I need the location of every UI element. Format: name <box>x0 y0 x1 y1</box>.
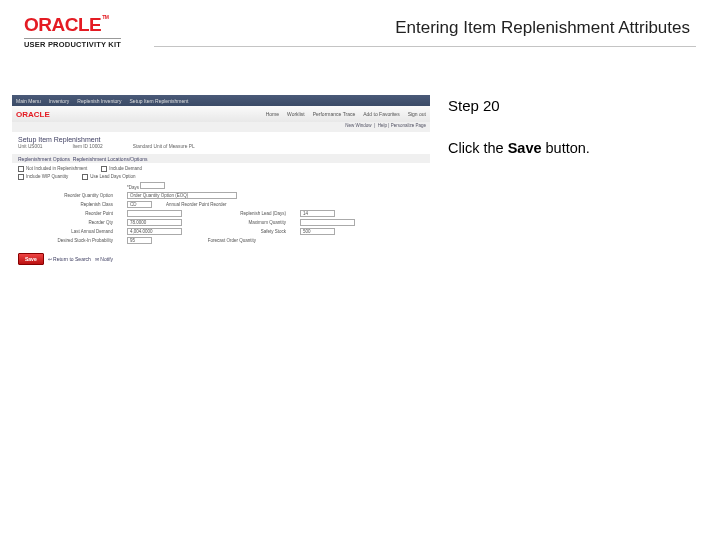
ss-breadcrumb-bar: Main Menu Inventory Replenish Inventory … <box>12 95 430 106</box>
fld-replen-lead: 14 <box>300 210 335 217</box>
chk-lead: Use Lead Days Option <box>90 174 135 179</box>
instruction-text: Click the Save button. <box>448 138 696 158</box>
instruction-panel: Step 20 Click the Save button. <box>448 95 696 279</box>
nav-worklist: Worklist <box>287 111 305 117</box>
notify-link-text: Notify <box>100 256 113 262</box>
return-link: ↩ Return to Search <box>48 256 91 262</box>
std-label: Standard Unit of Measure <box>133 144 188 149</box>
chk-not-incl: Not Included in Replenishment <box>26 166 87 171</box>
fld-reorder-qty: 78.0000 <box>127 219 182 226</box>
instr-prefix: Click the <box>448 140 508 156</box>
unit-label: Unit <box>18 144 27 149</box>
brand-block: ORACLETM USER PRODUCTIVITY KIT <box>24 14 154 49</box>
page-title: Entering Item Replenishment Attributes <box>395 18 690 37</box>
lbl-last-ann: Last Annual Demand <box>18 229 113 234</box>
fld-max-qty <box>300 219 355 226</box>
lbl-fcst: Forecast Order Quantity <box>166 238 256 243</box>
crumb: Replenish Inventory <box>77 98 121 104</box>
item-val: 10002 <box>89 144 102 149</box>
subbrand-text: USER PRODUCTIVITY KIT <box>24 38 121 49</box>
embedded-screenshot: Main Menu Inventory Replenish Inventory … <box>12 95 430 279</box>
lbl-max-qty: Maximum Quantity <box>196 220 286 225</box>
fld-reorder-pt <box>127 210 182 217</box>
chk-wip: Include WIP Quantity <box>26 174 68 179</box>
instr-suffix: button. <box>542 140 590 156</box>
ss-page-heading: Setup Item Replenishment <box>18 136 424 143</box>
lbl-reorder-qty: Reorder Qty <box>18 220 113 225</box>
item-label: Item ID <box>73 144 88 149</box>
tab-replenish-locations: Replenishment Locations/Options <box>73 156 148 162</box>
fld-last-ann: 4,004.0000 <box>127 228 182 235</box>
save-button[interactable]: Save <box>18 253 44 265</box>
lbl-reorder-opt: Reorder Quantity Option <box>18 193 113 198</box>
checkbox-icon <box>18 166 24 172</box>
subnav-right: Help | Personalize Page <box>378 123 426 128</box>
ss-subnav: New Window | Help | Personalize Page <box>12 122 430 132</box>
checkbox-icon <box>18 174 24 180</box>
nav-fav: Add to Favorites <box>363 111 399 117</box>
lbl-replen-lead: Replenish Lead (Days) <box>196 211 286 216</box>
days-label: Days <box>129 185 139 190</box>
ss-brand-bar: ORACLE Home Worklist Performance Trace A… <box>12 106 430 122</box>
lbl-desired-stock: Desired Stock-In Probability <box>18 238 113 243</box>
brand-text: ORACLE <box>24 14 101 35</box>
chk-demand: Include Demand <box>109 166 142 171</box>
nav-trace: Performance Trace <box>313 111 356 117</box>
fld-replen-class: CD <box>127 201 152 208</box>
title-area: Entering Item Replenishment Attributes <box>154 14 696 47</box>
std-val: PL <box>189 144 195 149</box>
fld-desired-stock: 95 <box>127 237 152 244</box>
ss-options-grid: Not Included in Replenishment Include De… <box>12 163 430 247</box>
step-label: Step 20 <box>448 95 696 116</box>
checkbox-icon <box>101 166 107 172</box>
lbl-reorder-pt: Reorder Point <box>18 211 113 216</box>
crumb: Main Menu <box>16 98 41 104</box>
ss-button-row: Save ↩ Return to Search ✉ Notify <box>12 247 430 271</box>
fld-reorder-opt: Order Quantity Option (EOQ) <box>127 192 237 199</box>
replen-class-desc: Annual Reorder Point Reorder <box>166 202 227 207</box>
unit-val: US001 <box>28 144 43 149</box>
fld-safety: 500 <box>300 228 335 235</box>
tm-mark: TM <box>102 14 108 20</box>
notify-link: ✉ Notify <box>95 256 113 262</box>
crumb: Inventory <box>49 98 70 104</box>
subnav-left: New Window <box>345 123 371 128</box>
crumb: Setup Item Replenishment <box>130 98 189 104</box>
days-field <box>140 182 165 189</box>
ss-tab-bar: Replenishment Options Replenishment Loca… <box>12 154 430 163</box>
tab-replenish-options: Replenishment Options <box>18 156 70 162</box>
return-link-text: Return to Search <box>53 256 91 262</box>
nav-signout: Sign out <box>408 111 426 117</box>
nav-home: Home <box>266 111 279 117</box>
lbl-safety: Safety Stock <box>196 229 286 234</box>
ss-nav: Home Worklist Performance Trace Add to F… <box>266 111 426 117</box>
instr-bold: Save <box>508 140 542 156</box>
lbl-replen-class: Replenish Class <box>18 202 113 207</box>
ss-setup-head: Setup Item Replenishment Unit US001 Item… <box>12 132 430 152</box>
checkbox-icon <box>82 174 88 180</box>
ss-oracle-logo: ORACLE <box>16 110 50 119</box>
oracle-logo: ORACLETM <box>24 14 108 36</box>
